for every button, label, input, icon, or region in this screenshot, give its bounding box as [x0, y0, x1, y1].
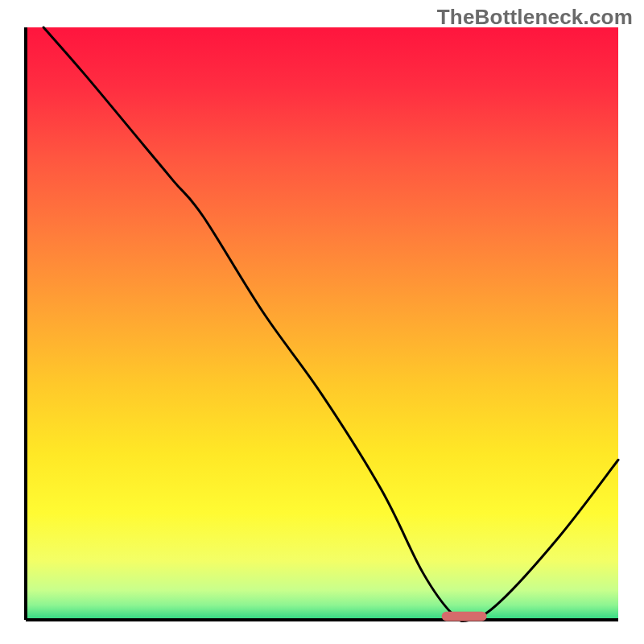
watermark-text: TheBottleneck.com — [437, 5, 633, 30]
chart-svg — [0, 0, 644, 644]
chart-background — [26, 27, 618, 620]
bottleneck-chart: TheBottleneck.com — [0, 0, 644, 644]
